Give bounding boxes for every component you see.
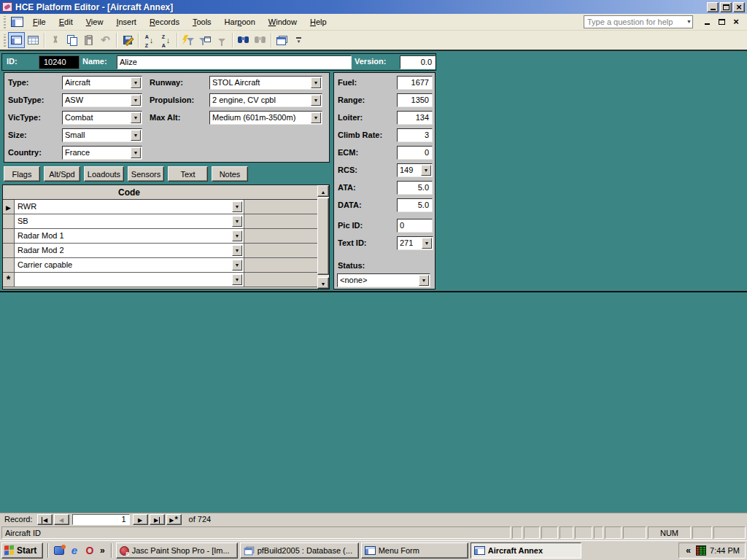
victype-combo[interactable]: Combat: [62, 111, 142, 125]
next-record-button[interactable]: [133, 514, 148, 525]
tab-sensors[interactable]: Sensors: [128, 166, 164, 182]
rcs-combo[interactable]: 149: [397, 163, 433, 177]
chevron-down-icon[interactable]: [421, 165, 431, 176]
size-combo[interactable]: Small: [62, 128, 142, 142]
tab-notes[interactable]: Notes: [212, 166, 248, 182]
chevron-down-icon[interactable]: [232, 230, 242, 241]
chevron-down-icon[interactable]: [686, 19, 692, 24]
form-view-button[interactable]: [8, 32, 25, 48]
menu-insert[interactable]: Insert: [109, 15, 143, 28]
chevron-down-icon[interactable]: [232, 201, 242, 212]
chevron-down-icon[interactable]: [311, 95, 321, 106]
ecm-field[interactable]: 0: [397, 146, 433, 160]
status-combo[interactable]: <none>: [337, 273, 430, 287]
record-selector[interactable]: [3, 244, 15, 258]
copy-button[interactable]: [63, 32, 80, 48]
save-record-button[interactable]: [119, 32, 136, 48]
subform-scrollbar[interactable]: [317, 185, 329, 289]
tab-text[interactable]: Text: [168, 166, 208, 182]
scroll-down-button[interactable]: [317, 277, 329, 289]
toolbar-grabber[interactable]: [4, 34, 6, 47]
chevron-down-icon[interactable]: [232, 260, 242, 271]
close-button[interactable]: [733, 2, 745, 12]
climb-rate-field[interactable]: 3: [397, 128, 433, 142]
child-restore-button[interactable]: [716, 18, 727, 27]
ata-field[interactable]: 5.0: [397, 181, 433, 195]
chevron-down-icon[interactable]: [131, 147, 141, 158]
network-meter-tray-icon[interactable]: [696, 545, 706, 556]
propulsion-combo[interactable]: 2 engine, CV cpbl: [209, 93, 322, 107]
record-selector[interactable]: [3, 258, 15, 273]
fuel-field[interactable]: 1677: [397, 76, 433, 90]
record-selector[interactable]: [3, 200, 15, 214]
child-minimize-button[interactable]: [702, 18, 712, 27]
menu-harpoon[interactable]: Harpoon: [218, 15, 262, 28]
menu-edit[interactable]: Edit: [53, 15, 80, 28]
restore-button[interactable]: [720, 2, 732, 12]
code-combo[interactable]: Radar Mod 2: [15, 244, 244, 258]
paste-button[interactable]: [80, 32, 97, 48]
code-combo[interactable]: SB: [15, 214, 244, 229]
code-combo[interactable]: Radar Mod 1: [15, 229, 244, 244]
tray-collapse-chevron[interactable]: «: [684, 545, 692, 556]
datasheet-view-button[interactable]: [25, 32, 42, 48]
menubar-grabber[interactable]: [4, 16, 6, 28]
quick-launch-mail-button[interactable]: [53, 544, 66, 557]
data-field[interactable]: 5.0: [397, 198, 433, 212]
subtype-combo[interactable]: ASW: [62, 93, 142, 107]
menu-records[interactable]: Records: [143, 15, 186, 28]
text-id-combo[interactable]: 271: [397, 236, 433, 250]
chevron-down-icon[interactable]: [131, 77, 141, 88]
chevron-down-icon[interactable]: [422, 238, 432, 249]
database-window-button[interactable]: [274, 32, 290, 48]
task-menu-form[interactable]: Menu Form: [361, 542, 468, 559]
tab-alt-spd[interactable]: Alt/Spd: [44, 166, 80, 182]
task-pfbuild-database[interactable]: pfBuild2005 : Database (...: [240, 542, 359, 559]
cut-button[interactable]: [47, 32, 63, 48]
last-record-button[interactable]: [150, 514, 165, 525]
filter-by-selection-button[interactable]: [179, 32, 196, 48]
pic-id-field[interactable]: 0: [397, 219, 433, 233]
chevron-down-icon[interactable]: [232, 274, 242, 285]
form-system-menu-icon[interactable]: [11, 17, 23, 27]
minimize-button[interactable]: [707, 2, 719, 12]
version-field[interactable]: 0.0: [400, 55, 436, 69]
menu-view[interactable]: View: [80, 15, 110, 28]
toolbar-options-button[interactable]: [290, 32, 307, 48]
quick-launch-opera-button[interactable]: [83, 544, 96, 557]
chevron-down-icon[interactable]: [131, 95, 141, 106]
apply-filter-button[interactable]: [213, 32, 230, 48]
new-record-button[interactable]: [166, 514, 182, 525]
sort-ascending-button[interactable]: [141, 32, 158, 48]
help-search-input[interactable]: [584, 15, 693, 28]
id-field[interactable]: 10240: [39, 55, 80, 69]
child-close-button[interactable]: [731, 18, 741, 27]
chevron-down-icon[interactable]: [311, 77, 321, 88]
find-next-button[interactable]: [252, 32, 268, 48]
loiter-field[interactable]: 134: [397, 111, 433, 125]
record-number-input[interactable]: [72, 514, 130, 525]
scrollbar-thumb[interactable]: [317, 198, 329, 275]
task-paint-shop-pro[interactable]: Jasc Paint Shop Pro - [Im...: [116, 542, 238, 559]
start-button[interactable]: Start: [1, 542, 43, 559]
menu-file[interactable]: File: [26, 15, 53, 28]
code-combo[interactable]: [15, 273, 244, 287]
menu-help[interactable]: Help: [303, 15, 333, 28]
chevron-down-icon[interactable]: [131, 130, 141, 141]
first-record-button[interactable]: [37, 514, 53, 525]
tab-flags[interactable]: Flags: [4, 166, 40, 182]
name-field[interactable]: Alize: [117, 55, 352, 69]
app-icon[interactable]: [2, 2, 12, 12]
undo-button[interactable]: [97, 32, 114, 48]
code-combo[interactable]: RWR: [15, 200, 244, 214]
find-button[interactable]: [235, 32, 252, 48]
scroll-up-button[interactable]: [317, 185, 329, 197]
range-field[interactable]: 1350: [397, 93, 433, 107]
chevron-down-icon[interactable]: [131, 112, 141, 123]
runway-combo[interactable]: STOL Aircraft: [209, 76, 322, 90]
chevron-down-icon[interactable]: [232, 216, 242, 227]
country-combo[interactable]: France: [62, 146, 142, 160]
code-combo[interactable]: Carrier capable: [15, 258, 244, 273]
chevron-down-icon[interactable]: [419, 275, 429, 286]
chevron-down-icon[interactable]: [311, 112, 321, 123]
